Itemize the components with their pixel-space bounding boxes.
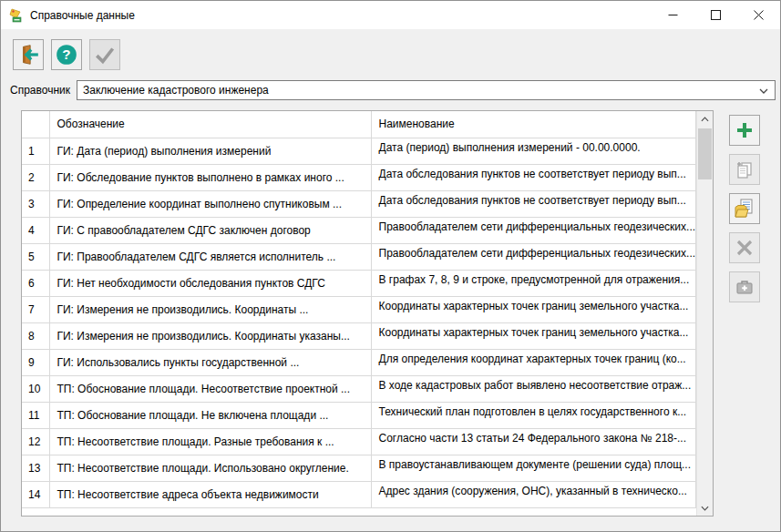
row-number: 1	[22, 138, 49, 164]
row-code-cell[interactable]: ТП: Обоснование площади. Несоответствие …	[49, 375, 371, 402]
copy-record-button	[729, 154, 760, 185]
table-row[interactable]: 7ГИ: Измерения не производились. Координ…	[22, 296, 696, 322]
scroll-down-button[interactable]	[697, 500, 713, 516]
table-row[interactable]: 8ГИ: Измерения не производились. Координ…	[22, 322, 696, 349]
folder-document-icon	[734, 198, 755, 220]
row-name-cell[interactable]: Дата обследования пунктов не соответству…	[371, 164, 696, 190]
row-name-cell[interactable]: Правообладателем сети дифференциальных г…	[371, 243, 696, 270]
row-name-cell[interactable]: Адрес здания (сооружения, ОНС), указанны…	[371, 481, 696, 507]
maximize-icon	[711, 10, 721, 20]
row-number: 9	[22, 349, 49, 375]
window-title: Справочные данные	[30, 9, 652, 22]
row-number: 5	[22, 243, 49, 270]
header-name[interactable]: Наименование	[371, 111, 696, 138]
row-number: 7	[22, 296, 49, 322]
table-header-row: Обозначение Наименование	[22, 111, 696, 138]
exit-button[interactable]	[13, 39, 44, 70]
close-icon	[754, 10, 764, 20]
row-number: 2	[22, 164, 49, 190]
record-actions-panel	[729, 115, 760, 302]
row-code-cell[interactable]: ГИ: С правообладателем СДГС заключен дог…	[49, 217, 371, 243]
row-code-cell[interactable]: ГИ: Правообладателем СДГС является испол…	[49, 243, 371, 270]
x-icon	[734, 237, 755, 259]
row-name-cell[interactable]: Координаты характерных точек границ земе…	[371, 322, 696, 349]
check-icon	[93, 43, 117, 66]
table-row[interactable]: 4ГИ: С правообладателем СДГС заключен до…	[22, 217, 696, 243]
row-name-cell[interactable]: Дата (период) выполнения измерений - 00.…	[371, 138, 696, 164]
header-row-number	[22, 111, 49, 138]
row-name-cell[interactable]: Согласно части 13 статьи 24 Федерального…	[371, 428, 696, 455]
minimize-button[interactable]	[652, 1, 694, 29]
row-number: 11	[22, 402, 49, 428]
row-number: 12	[22, 428, 49, 455]
row-code-cell[interactable]: ТП: Несоответствие площади. Разные требо…	[49, 428, 371, 455]
table-row[interactable]: 6ГИ: Нет необходимости обследования пунк…	[22, 270, 696, 296]
row-code-cell[interactable]: ТП: Несоответствие адреса объекта недвиж…	[49, 481, 371, 507]
minimize-icon	[668, 10, 678, 20]
row-code-cell[interactable]: ГИ: Нет необходимости обследования пункт…	[49, 270, 371, 296]
table-body: 1ГИ: Дата (период) выполнения измеренийД…	[22, 138, 696, 507]
vertical-scrollbar[interactable]	[696, 111, 713, 516]
table-row[interactable]: 10ТП: Обоснование площади. Несоответстви…	[22, 375, 696, 402]
svg-text:?: ?	[62, 46, 70, 62]
row-code-cell[interactable]: ТП: Несоответствие площади. Использовано…	[49, 455, 371, 481]
reference-table: Обозначение Наименование 1ГИ: Дата (пери…	[21, 110, 714, 517]
table-viewport: Обозначение Наименование 1ГИ: Дата (пери…	[22, 111, 696, 516]
help-button[interactable]: ?	[51, 39, 82, 70]
row-name-cell[interactable]: Правообладателем сети дифференциальных г…	[371, 217, 696, 243]
table-row[interactable]: 13ТП: Несоответствие площади. Использова…	[22, 455, 696, 481]
row-code-cell[interactable]: ГИ: Использовались пункты государственно…	[49, 349, 371, 375]
scrollbar-thumb[interactable]	[698, 128, 712, 179]
add-record-button[interactable]	[729, 115, 760, 146]
header-code[interactable]: Обозначение	[49, 111, 371, 138]
reference-data-window: Справочные данные ?	[0, 0, 781, 532]
row-code-cell[interactable]: ГИ: Измерения не производились. Координа…	[49, 322, 371, 349]
door-arrow-left-icon	[16, 43, 40, 66]
copy-plus-icon	[734, 159, 755, 180]
row-code-cell[interactable]: ГИ: Обследование пунктов выполнено в рам…	[49, 164, 371, 190]
row-name-cell[interactable]: Координаты характерных точек границ земе…	[371, 296, 696, 322]
row-number: 13	[22, 455, 49, 481]
scroll-up-button[interactable]	[697, 111, 713, 127]
reference-select[interactable]: Заключение кадастрового инженера	[77, 80, 776, 100]
row-code-cell[interactable]: ТП: Обоснование площади. Не включена пло…	[49, 402, 371, 428]
row-number: 10	[22, 375, 49, 402]
toolbar: ?	[1, 29, 780, 78]
add-to-case-button	[729, 271, 760, 302]
table-row[interactable]: 9ГИ: Использовались пункты государственн…	[22, 349, 696, 375]
row-number: 14	[22, 481, 49, 507]
app-icon	[9, 8, 24, 23]
row-name-cell[interactable]: Для определения координат характерных то…	[371, 349, 696, 375]
reference-select-value: Заключение кадастрового инженера	[83, 84, 269, 97]
open-from-file-button[interactable]	[729, 193, 760, 224]
delete-record-button	[729, 232, 760, 263]
table-row[interactable]: 12ТП: Несоответствие площади. Разные тре…	[22, 428, 696, 455]
titlebar: Справочные данные	[1, 1, 780, 29]
plus-icon	[734, 119, 755, 141]
row-code-cell[interactable]: ГИ: Измерения не производились. Координа…	[49, 296, 371, 322]
row-name-cell[interactable]: В правоустанавливающем документе (решени…	[371, 455, 696, 481]
row-number: 4	[22, 217, 49, 243]
close-button[interactable]	[737, 1, 780, 29]
table-row[interactable]: 11ТП: Обоснование площади. Не включена п…	[22, 402, 696, 428]
row-number: 3	[22, 190, 49, 217]
table-row[interactable]: 2ГИ: Обследование пунктов выполнено в ра…	[22, 164, 696, 190]
chevron-down-icon	[759, 88, 768, 94]
table-row[interactable]: 5ГИ: Правообладателем СДГС является испо…	[22, 243, 696, 270]
table-row[interactable]: 3ГИ: Определение координат выполнено спу…	[22, 190, 696, 217]
row-number: 6	[22, 270, 49, 296]
chevron-up-icon	[701, 117, 709, 122]
table-row[interactable]: 1ГИ: Дата (период) выполнения измеренийД…	[22, 138, 696, 164]
window-controls	[652, 1, 780, 29]
row-name-cell[interactable]: В графах 7, 8, 9 и строке, предусмотренн…	[371, 270, 696, 296]
row-code-cell[interactable]: ГИ: Определение координат выполнено спут…	[49, 190, 371, 217]
case-plus-icon	[734, 276, 755, 298]
row-name-cell[interactable]: В ходе кадастровых работ выявлено несоот…	[371, 375, 696, 402]
row-code-cell[interactable]: ГИ: Дата (период) выполнения измерений	[49, 138, 371, 164]
row-name-cell[interactable]: Дата обследования пунктов не соответству…	[371, 190, 696, 217]
reference-selector-row: Справочник Заключение кадастрового инжен…	[1, 78, 780, 102]
table-row[interactable]: 14ТП: Несоответствие адреса объекта недв…	[22, 481, 696, 507]
reference-label: Справочник	[10, 84, 70, 97]
row-name-cell[interactable]: Технический план подготовлен в целях гос…	[371, 402, 696, 428]
maximize-button[interactable]	[694, 1, 737, 29]
